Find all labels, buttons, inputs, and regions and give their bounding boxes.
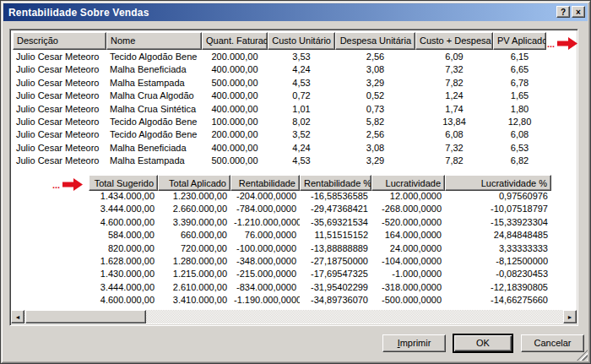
rentabilidade-dialog: Rentabilidade Sobre Vendas ? × Descrição… [0, 0, 591, 364]
help-button[interactable]: ? [556, 6, 570, 18]
table-row[interactable]: Julio Cesar MeteoroMalha Estampada500.00… [13, 155, 546, 167]
table-cell: -35,69321534 [300, 216, 371, 229]
table-cell: -8,12500000 [445, 255, 551, 268]
table-row[interactable]: Julio Cesar MeteoroTecido Algodão Bene20… [13, 128, 546, 141]
table-cell: -14,66275660 [445, 294, 551, 307]
column-header[interactable]: Nome [106, 32, 202, 50]
table-cell: -16,58536585 [300, 190, 371, 203]
table-cell: -104.000,0000 [371, 255, 445, 268]
ok-button-label: OK [454, 335, 512, 351]
table-row[interactable]: 584.000,00660.000,0076.000,000011,515151… [89, 229, 551, 242]
table-cell: 1,01 [268, 103, 335, 116]
table-cell: 5,82 [335, 116, 415, 128]
column-header[interactable]: PV Aplicado [493, 32, 546, 50]
table-cell: 3,52 [268, 128, 335, 141]
results-grid[interactable]: DescriçãoNomeQuant. FaturadaCusto Unitár… [9, 29, 578, 326]
column-header[interactable]: Rentabilidade [230, 175, 300, 191]
table-cell: 6,09 [415, 51, 493, 63]
table-row[interactable]: 820.000,00720.000,00-100.000,0000-13,888… [89, 242, 551, 255]
table-cell: Malha Beneficiada [106, 142, 202, 155]
table-cell: 2,56 [335, 128, 415, 141]
horizontal-scrollbar[interactable]: ◄ ► [11, 310, 577, 323]
table-row[interactable]: 1.430.000,001.215.000,00-215.000,0000-17… [89, 268, 551, 280]
table-cell: Malha Crua Algodão [106, 90, 202, 102]
table-row[interactable]: 3.444.000,002.610.000,00-834.000,0000-31… [89, 281, 551, 294]
table-cell: -100.000,0000 [230, 242, 300, 255]
table-cell: 4.600.000,00 [89, 294, 158, 307]
table-cell: 2,56 [335, 51, 415, 63]
table-cell: Malha Estampada [106, 155, 202, 167]
table-cell: 1.434.000,00 [89, 190, 158, 203]
table-cell: Julio Cesar Meteoro [13, 77, 106, 90]
table-row[interactable]: Julio Cesar MeteoroTecido Algodão Bene10… [13, 116, 546, 128]
table-cell: 11,51515152 [300, 229, 371, 242]
table-cell: Julio Cesar Meteoro [13, 103, 106, 116]
imprimir-button[interactable]: Imprimir [382, 334, 446, 352]
table-row[interactable]: Julio Cesar MeteoroTecido Algodão Bene20… [13, 51, 546, 63]
table-cell: 7,82 [415, 77, 493, 90]
table-row[interactable]: 3.444.000,002.660.000,00-784.000,0000-29… [89, 203, 551, 215]
table-cell: -1.190.000,0000 [230, 294, 300, 307]
table-cell: 820.000,00 [89, 242, 158, 255]
column-header[interactable]: Lucratividade % [445, 175, 551, 191]
table-cell: -834.000,0000 [230, 281, 300, 294]
table-cell: 0,73 [335, 103, 415, 116]
table-cell: -215.000,0000 [230, 268, 300, 280]
ok-button[interactable]: OK [453, 334, 513, 353]
column-header[interactable]: Total Sugerido [89, 175, 158, 191]
table-row[interactable]: Julio Cesar MeteoroMalha Crua Sintética4… [13, 103, 546, 116]
table-cell: 3.390.000,00 [158, 216, 230, 229]
table-cell: 1.215.000,00 [158, 268, 230, 280]
table-row[interactable]: Julio Cesar MeteoroMalha Beneficiada400.… [13, 63, 546, 76]
table-cell: 6,08 [415, 128, 493, 141]
table-cell: 3,29 [335, 155, 415, 167]
window-title: Rentabilidade Sobre Vendas [8, 7, 149, 19]
close-button[interactable]: × [572, 6, 585, 18]
table-cell: 12.000,0000 [371, 190, 445, 203]
table-cell: 3.444.000,00 [89, 281, 158, 294]
table-cell: Julio Cesar Meteoro [13, 116, 106, 128]
table-cell: 660.000,00 [158, 229, 230, 242]
table-row[interactable]: 1.628.000,001.280.000,00-348.000,0000-27… [89, 255, 551, 268]
table-cell: 1.230.000,00 [158, 190, 230, 203]
table-cell: -13,88888889 [300, 242, 371, 255]
column-header[interactable]: Total Aplicado [158, 175, 230, 191]
table-cell: 1,80 [493, 103, 546, 116]
ellipsis-icon: ... [52, 181, 60, 189]
scroll-right-arrow-icon[interactable]: ► [563, 310, 577, 323]
table-row[interactable]: Julio Cesar MeteoroMalha Beneficiada400.… [13, 142, 546, 155]
column-header[interactable]: Rentabilidade % [300, 175, 371, 191]
table-cell: -34,89736070 [300, 294, 371, 307]
table-cell: 400.000,00 [202, 142, 268, 155]
table-cell: 7,32 [415, 63, 493, 76]
table-cell: 0,97560976 [445, 190, 551, 203]
table-cell: 6,82 [493, 155, 546, 167]
table-cell: 3.410.000,00 [158, 294, 230, 307]
table-row[interactable]: 4.600.000,003.390.000,00-1.210.000,0000-… [89, 216, 551, 229]
column-header[interactable]: Custo + Despesa [415, 32, 493, 50]
top-table-body: Julio Cesar MeteoroTecido Algodão Bene20… [13, 51, 546, 168]
column-header[interactable]: Lucratividade [371, 175, 445, 191]
table-cell: -520.000,0000 [371, 216, 445, 229]
cancelar-button[interactable]: Cancelar [521, 334, 584, 352]
table-cell: 4,24 [268, 63, 335, 76]
table-cell: -1.000,0000 [371, 268, 445, 280]
table-row[interactable]: Julio Cesar MeteoroMalha Estampada500.00… [13, 77, 546, 90]
table-cell: Julio Cesar Meteoro [13, 142, 106, 155]
column-header[interactable]: Descrição [13, 32, 106, 50]
table-cell: -12,18390805 [445, 281, 551, 294]
table-cell: 76.000,0000 [230, 229, 300, 242]
titlebar[interactable]: Rentabilidade Sobre Vendas ? × [3, 3, 588, 21]
column-header[interactable]: Despesa Unitária [335, 32, 415, 50]
scroll-left-arrow-icon[interactable]: ◄ [11, 310, 24, 323]
table-row[interactable]: 4.600.000,003.410.000,00-1.190.000,0000-… [89, 294, 551, 307]
column-header[interactable]: Custo Unitário [268, 32, 335, 50]
table-cell: 12,80 [493, 116, 546, 128]
column-header[interactable]: Quant. Faturada [202, 32, 268, 50]
scrollbar-thumb[interactable] [25, 310, 146, 323]
table-cell: -318.000,0000 [371, 281, 445, 294]
table-row[interactable]: Julio Cesar MeteoroMalha Crua Algodão400… [13, 90, 546, 102]
table-cell: 0,52 [335, 90, 415, 102]
table-cell: 1,65 [493, 90, 546, 102]
table-row[interactable]: 1.434.000,001.230.000,00-204.000,0000-16… [89, 190, 551, 203]
